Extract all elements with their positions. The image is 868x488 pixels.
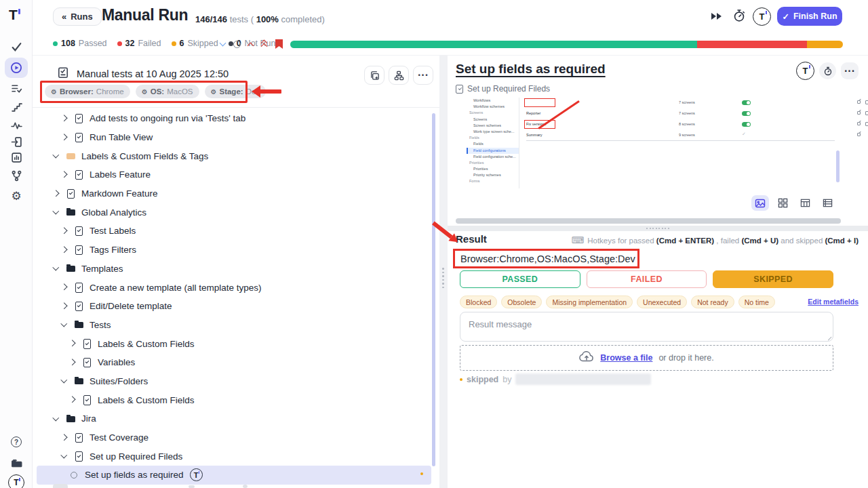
failed-button[interactable]: FAILED [587, 270, 707, 288]
tree-item[interactable]: Run Table View [37, 128, 431, 147]
trash-icon [865, 111, 868, 115]
tree-item[interactable]: Add tests to ongoing run via 'Tests' tab [37, 109, 431, 128]
test-title[interactable]: Set up fields as required [456, 62, 606, 77]
tree-item[interactable]: Test Coverage [37, 428, 431, 447]
chevron-down-icon[interactable] [220, 41, 226, 47]
tag-pill[interactable]: ⚙ Browser: Chrome [45, 85, 130, 98]
back-to-runs-button[interactable]: « Runs [53, 7, 102, 26]
jira-sidebar-item: Workflow schemes [467, 104, 519, 110]
bookmark-icon[interactable] [275, 39, 283, 49]
attachment-scrollbar[interactable] [836, 150, 840, 182]
chevron-icon[interactable] [52, 264, 61, 273]
image-view-icon[interactable] [751, 195, 769, 211]
chevron-icon[interactable] [60, 114, 69, 123]
chevron-icon[interactable] [68, 339, 77, 348]
horizontal-scrollbar[interactable] [456, 218, 841, 224]
rail-avatar[interactable]: T [5, 472, 28, 488]
tree-item-icon [69, 470, 79, 480]
tree-item[interactable]: Test Labels [37, 222, 431, 241]
tree-item[interactable]: Create a new template (all template type… [37, 278, 431, 297]
jira-sidebar-item: Forms [467, 178, 519, 184]
rail-projects-icon[interactable] [5, 453, 28, 473]
grid-view-icon[interactable] [774, 195, 791, 211]
tree-item[interactable]: Labels & Custom Fields [37, 390, 431, 409]
tree-item[interactable]: Variables [37, 353, 431, 372]
chevron-up-icon[interactable] [248, 41, 254, 47]
chevron-icon[interactable] [60, 170, 69, 180]
chevron-icon[interactable] [60, 433, 69, 443]
metafield-pill[interactable]: No time [738, 296, 775, 308]
chevron-icon[interactable] [60, 283, 69, 292]
edit-metafields-link[interactable]: Edit metafields [808, 298, 859, 306]
tree-item[interactable]: Labels & Custom Fields [37, 334, 431, 353]
tree-item[interactable]: Suites/Folders [37, 372, 431, 391]
tree-item[interactable]: Set up Required Fileds [37, 447, 431, 466]
metafield-pill[interactable]: Blocked [460, 296, 497, 308]
rail-tests-icon[interactable] [5, 37, 28, 57]
rail-branch-icon[interactable] [5, 165, 28, 186]
rail-runs-icon[interactable] [5, 58, 28, 78]
chevron-icon[interactable] [52, 207, 61, 217]
tree-item[interactable]: Tags Filters [37, 241, 431, 260]
chevron-icon[interactable] [52, 189, 61, 199]
browse-file-link[interactable]: Browse a file [600, 353, 652, 363]
tree-item[interactable]: Markdown Feature [37, 184, 431, 203]
chevron-icon[interactable] [60, 245, 69, 255]
attachment-screenshot[interactable]: Workflows Workflow schemes Screens Scree… [467, 98, 835, 193]
rail-settings-icon[interactable]: ⚙ [5, 186, 28, 206]
circle-icon[interactable] [233, 41, 241, 48]
check-icon: ✓ [782, 12, 789, 22]
tree-item[interactable]: Set up fields as required T [37, 466, 431, 485]
chevron-icon[interactable] [60, 376, 69, 386]
copy-tests-button[interactable] [364, 66, 384, 85]
chevron-icon[interactable] [68, 358, 77, 367]
chevron-icon[interactable] [52, 414, 61, 424]
timer-button[interactable] [819, 62, 836, 79]
metafield-pill[interactable]: Unexecuted [637, 296, 687, 308]
annotation-box-result-value: Browser:Chrome,OS:MacOS,Stage:Dev [453, 249, 639, 268]
result-message-input[interactable] [460, 312, 833, 342]
tree-scrollbar[interactable] [432, 113, 435, 466]
tree-item[interactable]: Global Analytics [37, 203, 431, 222]
finish-run-button[interactable]: ✓ Finish Run [777, 7, 842, 26]
skipped-button[interactable]: SKIPPED [713, 270, 833, 288]
chevron-icon[interactable] [60, 302, 69, 311]
chevrons-up-icon[interactable] [261, 40, 268, 48]
table-view-icon[interactable] [796, 195, 814, 211]
metafield-pill[interactable]: Obsolete [501, 296, 542, 308]
chevron-icon[interactable] [52, 151, 61, 161]
section-resizer[interactable] [448, 226, 868, 231]
tree-item[interactable]: Templates [37, 260, 431, 279]
tree-item[interactable]: Edit/Delete template [37, 297, 431, 316]
tree-item[interactable]: Labels & Custom Fields & Tags [37, 146, 431, 165]
timer-icon[interactable] [732, 9, 746, 25]
app-logo[interactable]: T [9, 7, 18, 23]
more-options-button[interactable]: ··· [841, 62, 859, 79]
rail-steps-icon[interactable] [5, 97, 28, 117]
tree-item-icon [74, 451, 84, 461]
tree-item-icon [74, 283, 84, 292]
list-view-icon[interactable] [818, 195, 836, 211]
more-options-button[interactable]: ··· [413, 66, 433, 85]
chevron-icon[interactable] [60, 320, 69, 329]
chevron-icon[interactable] [60, 133, 69, 142]
user-avatar[interactable]: T [753, 7, 771, 26]
rail-help-icon[interactable]: ? [5, 432, 28, 452]
metafield-pill[interactable]: Not ready [691, 296, 734, 308]
tree-item[interactable]: Tests [37, 316, 431, 335]
tree-view-button[interactable] [389, 66, 409, 85]
rail-reports-icon[interactable] [5, 147, 28, 167]
chevron-icon[interactable] [68, 395, 77, 405]
panel-resizer[interactable] [439, 56, 448, 488]
metafield-pill[interactable]: Missing implementation [546, 296, 633, 308]
rail-plans-icon[interactable] [5, 78, 28, 98]
tree-item[interactable]: Labels Feature [37, 165, 431, 184]
breadcrumb[interactable]: Set up Required Fileds [456, 84, 550, 94]
tree-item[interactable]: Jira [37, 409, 431, 428]
chevron-icon[interactable] [60, 451, 69, 461]
tag-pill[interactable]: ⚙ OS: MacOS [136, 85, 199, 98]
fast-forward-icon[interactable] [711, 12, 723, 24]
chevron-icon[interactable] [60, 226, 69, 236]
passed-button[interactable]: PASSED [460, 270, 580, 288]
file-drop-area[interactable]: Browse a file or drop it here. [460, 345, 833, 371]
